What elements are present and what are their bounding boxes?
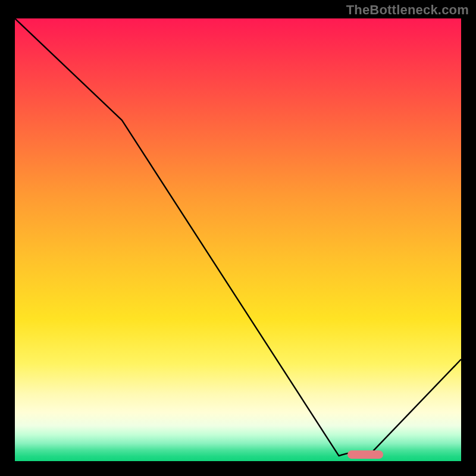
watermark-text: TheBottleneck.com — [346, 2, 469, 18]
curve-path — [15, 18, 461, 456]
chart-container: TheBottleneck.com — [0, 0, 476, 476]
bottleneck-curve — [15, 18, 461, 461]
optimal-marker — [347, 450, 383, 459]
plot-area — [15, 18, 461, 461]
